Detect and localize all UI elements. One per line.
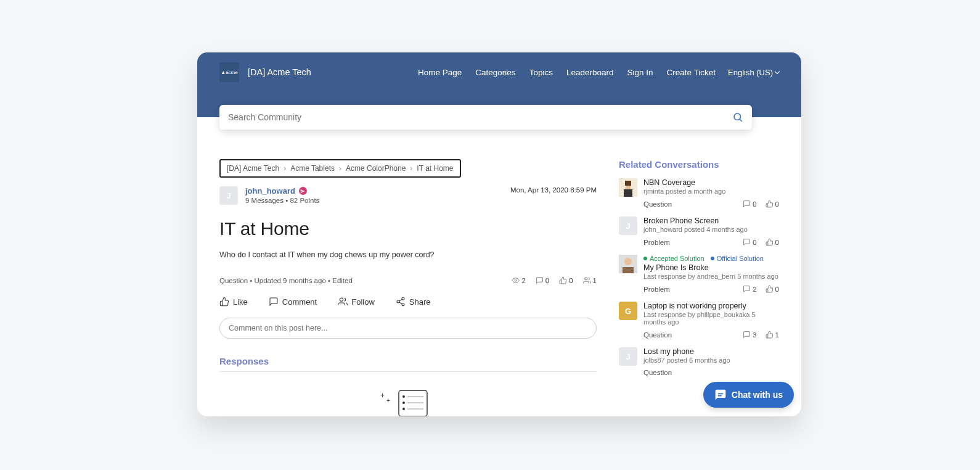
svg-point-0 (734, 113, 741, 120)
language-label: English (US) (728, 68, 773, 77)
comment-icon (269, 297, 279, 307)
related-item[interactable]: NBN Coveragerjminta posted a month agoQu… (619, 178, 779, 208)
related-title: Lost my phone (643, 347, 779, 356)
related-subtitle: jolbs87 posted 6 months ago (643, 357, 779, 364)
svg-point-6 (397, 300, 399, 303)
nav-create-ticket[interactable]: Create Ticket (667, 68, 716, 77)
search-bar[interactable] (219, 105, 752, 130)
solution-tag: Official Solution (711, 255, 764, 262)
related-footer: Problem00 (643, 238, 779, 246)
app-window: ▲acme [DA] Acme Tech Home Page Categorie… (197, 52, 801, 416)
like-icon (559, 276, 567, 284)
share-button[interactable]: Share (396, 297, 431, 307)
search-input[interactable] (228, 112, 732, 122)
crumb-2[interactable]: Acme ColorPhone (346, 164, 406, 173)
author-avatar[interactable]: J (219, 186, 238, 205)
related-avatar (619, 255, 637, 273)
related-footer: Question00 (643, 200, 779, 208)
post-title: IT at Home (219, 218, 597, 239)
crumb-3[interactable]: IT at Home (417, 164, 453, 173)
solution-tag: Accepted Solution (643, 255, 704, 262)
followers-count: 1 (583, 276, 597, 284)
chat-icon (714, 389, 727, 401)
related-type: Question (643, 331, 672, 339)
related-heading: Related Conversations (619, 159, 779, 170)
language-selector[interactable]: English (US) (728, 68, 779, 77)
related-subtitle: john_howard posted 4 months ago (643, 226, 779, 233)
related-item[interactable]: JBroken Phone Screenjohn_howard posted 4… (619, 216, 779, 246)
nav-topics[interactable]: Topics (529, 68, 553, 77)
svg-rect-25 (623, 267, 634, 273)
related-comments: 0 (743, 238, 756, 246)
comment-input[interactable] (219, 318, 597, 339)
related-footer: Question31 (643, 331, 779, 339)
related-title: Laptop is not working properly (643, 302, 779, 310)
thumbs-up-icon (219, 297, 229, 307)
related-likes: 0 (766, 285, 779, 293)
related-likes: 0 (766, 238, 779, 246)
related-title: Broken Phone Screen (643, 216, 779, 225)
author-stats: 9 Messages • 82 Points (245, 197, 319, 204)
post-meta: Question • Updated 9 months ago • Edited… (219, 276, 597, 284)
author-name[interactable]: john_howard (245, 186, 295, 196)
svg-line-9 (399, 299, 402, 301)
likes-count: 0 (559, 276, 573, 284)
related-footer: Question (643, 369, 779, 376)
post-date: Mon, Apr 13, 2020 8:59 PM (510, 186, 597, 194)
related-comments: 0 (743, 200, 756, 208)
svg-rect-22 (624, 189, 632, 197)
nav-signin[interactable]: Sign In (627, 68, 653, 77)
breadcrumb: [DA] Acme Tech› Acme Tablets› Acme Color… (219, 159, 461, 178)
logo: ▲acme (219, 62, 239, 82)
users-icon (583, 276, 591, 284)
post-actions: Like Comment Follow Share (219, 297, 597, 307)
follow-button[interactable]: Follow (338, 297, 375, 307)
related-avatar: G (619, 302, 637, 320)
nav-home[interactable]: Home Page (418, 68, 462, 77)
comment-button[interactable]: Comment (269, 297, 317, 307)
site-name[interactable]: [DA] Acme Tech (248, 67, 311, 77)
chat-button[interactable]: Chat with us (703, 382, 794, 408)
related-subtitle: Last response by philippe_boukaka 5 mont… (643, 311, 779, 326)
post-body: Who do I contact at IT when my dog chews… (219, 250, 597, 259)
svg-rect-21 (626, 186, 631, 189)
comment-icon (536, 276, 544, 284)
related-footer: Problem20 (643, 285, 779, 293)
eye-icon (512, 276, 520, 284)
nav-leaderboard[interactable]: Leaderboard (566, 68, 614, 77)
related-avatar (619, 178, 637, 197)
share-icon (396, 297, 406, 307)
svg-text:+: + (380, 391, 385, 400)
crumb-0[interactable]: [DA] Acme Tech (227, 164, 279, 173)
main-nav: Home Page Categories Topics Leaderboard … (418, 68, 716, 77)
svg-point-13 (402, 395, 405, 398)
svg-point-2 (515, 279, 517, 281)
comments-count: 0 (536, 276, 549, 284)
svg-point-17 (402, 408, 405, 410)
svg-text:+: + (386, 397, 390, 404)
chevron-down-icon (775, 69, 780, 74)
svg-point-4 (340, 298, 343, 301)
divider (219, 371, 597, 372)
svg-point-5 (402, 297, 404, 300)
related-item[interactable]: JLost my phonejolbs87 posted 6 months ag… (619, 347, 779, 376)
like-button[interactable]: Like (219, 297, 248, 307)
svg-line-8 (399, 302, 402, 304)
nav-categories[interactable]: Categories (475, 68, 515, 77)
svg-line-1 (740, 119, 742, 122)
users-icon (338, 297, 348, 307)
main-content: [DA] Acme Tech› Acme Tablets› Acme Color… (219, 159, 597, 416)
related-item[interactable]: Accepted SolutionOfficial SolutionMy Pho… (619, 255, 779, 293)
post-meta-text: Question • Updated 9 months ago • Edited (219, 277, 353, 284)
related-likes: 0 (766, 200, 779, 208)
related-item[interactable]: GLaptop is not working properlyLast resp… (619, 302, 779, 339)
related-subtitle: Last response by andrea_berri 5 months a… (643, 273, 779, 280)
svg-point-24 (624, 258, 632, 265)
sidebar: Related Conversations NBN Coveragerjmint… (619, 159, 779, 416)
search-icon[interactable] (732, 112, 743, 123)
related-avatar: J (619, 347, 637, 366)
related-comments: 3 (743, 331, 756, 339)
svg-point-7 (402, 303, 404, 306)
empty-state-illustration: + + (219, 385, 597, 416)
crumb-1[interactable]: Acme Tablets (290, 164, 335, 173)
